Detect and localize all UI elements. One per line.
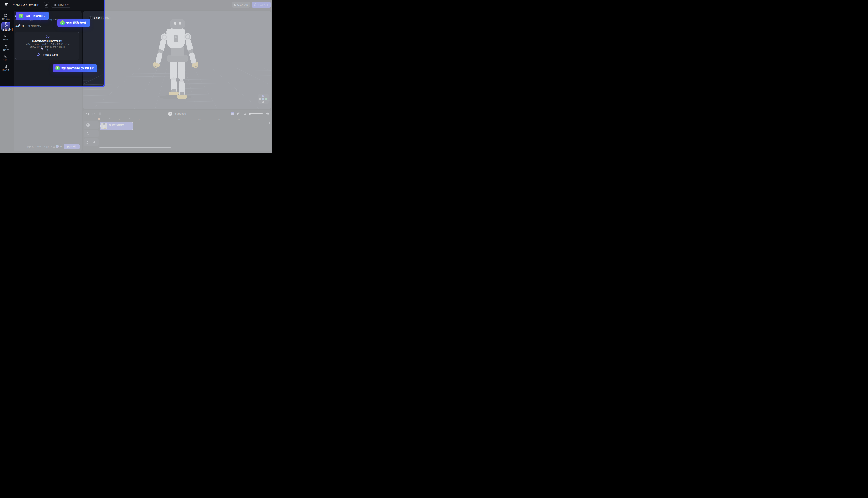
connector-step1-dot xyxy=(5,22,7,23)
track-panel-toggle[interactable] xyxy=(231,112,234,115)
tutorial-step-1[interactable]: 1 选择「音频编排」 xyxy=(16,12,49,20)
top-bar: A1机器人动作-我的项目1 文件未保存 合成并保存 下发到设备 xyxy=(0,0,272,10)
zoom-slider[interactable] xyxy=(249,114,263,114)
ruler-label: 16f xyxy=(258,119,260,121)
playhead[interactable] xyxy=(98,118,100,121)
project-title: A1机器人动作-我的项目1 xyxy=(13,3,40,6)
sidebar-item-action-lib[interactable]: 动作库 xyxy=(0,44,11,51)
track-header-expression[interactable] xyxy=(84,121,99,129)
divider-right xyxy=(51,50,78,50)
clip-label: 超帅走路姿势 xyxy=(112,123,124,126)
start-arrange-button[interactable]: 开始编排 xyxy=(64,144,79,149)
gizmo-x-label: X xyxy=(266,98,267,100)
sidebar-item-label: 表情库 xyxy=(3,38,9,41)
play-button[interactable] xyxy=(168,112,172,116)
ruler-label: 12f xyxy=(218,119,220,121)
audio-panel: 音频编排 通过上传一段音频，可智能快速生成动作和表情的音频编排素材 添加音频 使… xyxy=(14,11,81,151)
track-header-audio[interactable] xyxy=(84,139,99,146)
save-button-label: 合成并保存 xyxy=(237,3,248,6)
undo-button[interactable] xyxy=(86,112,89,116)
deploy-button[interactable]: 下发到设备 xyxy=(251,2,271,8)
viewport-3d[interactable]: 灵犀X2 | 青春版 Z X Y xyxy=(83,11,271,109)
save-button[interactable]: 合成并保存 xyxy=(232,2,250,8)
ruler-label: 10f xyxy=(198,119,200,121)
sidebar-item-my-tasks[interactable]: 我的任务 xyxy=(0,65,11,71)
ruler-label: 14f xyxy=(238,119,240,121)
task-list-icon xyxy=(4,65,8,68)
connector-step1-h xyxy=(7,16,16,16)
ruler-label: 6f xyxy=(159,119,160,121)
app-window: A1机器人动作-我的项目1 文件未保存 合成并保存 下发到设备 动作模仿 音频编… xyxy=(0,0,272,153)
character-edition: 青春版 xyxy=(103,17,109,19)
axis-gizmo[interactable]: Z X Y xyxy=(258,94,269,104)
gizmo-y-label: Y xyxy=(263,98,263,100)
sidebar-item-label: 音频库 xyxy=(3,58,9,61)
sidebar-item-audio-lib[interactable]: 音频库 xyxy=(0,55,11,61)
track-header-motion[interactable] xyxy=(84,130,99,137)
fit-width-button[interactable] xyxy=(237,112,240,115)
upload-main-text: 拖拽至此或点击上传音频文件 xyxy=(15,39,79,42)
tab-synth-material[interactable]: 使用合成素材 xyxy=(28,24,42,27)
cost-credits-label: 本次消耗积分 xyxy=(44,145,57,148)
robot-model xyxy=(153,19,198,101)
mic-record-label: 使用麦克风录制 xyxy=(42,54,58,57)
mic-record-button[interactable]: 使用麦克风录制 xyxy=(15,53,79,58)
file-status-label: 文件未保存 xyxy=(58,3,69,6)
step-3-badge: 3 xyxy=(55,66,60,70)
robot-deploy-icon xyxy=(254,3,257,6)
character-divider: | xyxy=(101,17,102,19)
connector-step2-h xyxy=(20,23,57,23)
controlbar-divider xyxy=(83,118,271,118)
mic-icon xyxy=(37,53,41,57)
sidebar-item-label: 动作库 xyxy=(3,49,9,51)
ruler-label: 4f xyxy=(139,119,140,121)
remaining-credits-value: 300 xyxy=(37,145,41,148)
time-display: 00:00 / 00:30 xyxy=(174,113,187,115)
pencil-icon xyxy=(45,4,48,6)
clip-left-handle[interactable] xyxy=(100,125,101,127)
clip-right-handle[interactable] xyxy=(132,125,132,127)
run-icon xyxy=(109,123,111,126)
zoom-in-button[interactable] xyxy=(266,112,269,115)
zoom-out-button[interactable] xyxy=(244,112,247,115)
file-status-button[interactable]: 文件未保存 xyxy=(51,2,72,8)
tutorial-step-2[interactable]: 2 选择【添加音频】 xyxy=(57,18,90,27)
redo-button[interactable] xyxy=(92,112,95,116)
timeline-h-scrollbar[interactable] xyxy=(99,147,171,148)
footer-divider xyxy=(41,145,41,148)
step-3-text: 拖拽音频文件至此区域或单击 xyxy=(62,67,94,70)
active-tab-underline xyxy=(15,29,24,29)
rename-button[interactable] xyxy=(44,2,49,8)
connector-step3-dot xyxy=(41,48,43,50)
ruler-label: 2f xyxy=(119,119,120,121)
gizmo-z-label: Z xyxy=(263,95,264,97)
robot-face-icon xyxy=(4,34,8,38)
ruler-tick xyxy=(189,118,190,119)
connector-step3-h xyxy=(42,68,53,68)
step-2-text: 选择【添加音频】 xyxy=(66,21,87,25)
sidebar-item-label: 我的任务 xyxy=(2,69,10,71)
upload-note-text: 注意:目前仅支持中文和英文语言的识别 xyxy=(15,45,79,48)
sidebar-item-label: 音频编排 xyxy=(2,28,10,31)
character-pill: 灵犀X2 | 青春版 xyxy=(89,16,111,20)
person-icon xyxy=(4,44,8,48)
upload-formats-text: 支持mp3、wav、Flac格式，音频长度不超过5分钟 xyxy=(15,43,79,45)
zoom-slider-handle[interactable] xyxy=(249,113,251,115)
tutorial-step-3[interactable]: 3 拖拽音频文件至此区域或单击 xyxy=(53,64,97,72)
connector-step3-v xyxy=(42,50,42,68)
app-logo-icon xyxy=(4,3,9,6)
clip-thumbnail xyxy=(101,123,107,129)
delete-button[interactable] xyxy=(98,112,102,116)
play-icon xyxy=(170,113,171,115)
ruler-label: 8f xyxy=(179,119,180,121)
step-1-badge: 1 xyxy=(19,14,23,18)
audio-upload-dropzone[interactable]: 拖拽至此或点击上传音频文件 支持mp3、wav、Flac格式，音频长度不超过5分… xyxy=(15,32,79,60)
upload-music-icon xyxy=(45,34,50,39)
sidebar-item-expression-lib[interactable]: 表情库 xyxy=(0,34,11,41)
timeline-v-scrollbar[interactable] xyxy=(269,122,270,124)
clapperboard-icon xyxy=(4,14,8,17)
music-box-icon xyxy=(4,55,8,58)
timeline-clip[interactable]: 超帅走路姿势 xyxy=(100,122,133,130)
deploy-button-label: 下发到设备 xyxy=(258,3,269,6)
step-1-text: 选择「音频编排」 xyxy=(25,14,46,18)
